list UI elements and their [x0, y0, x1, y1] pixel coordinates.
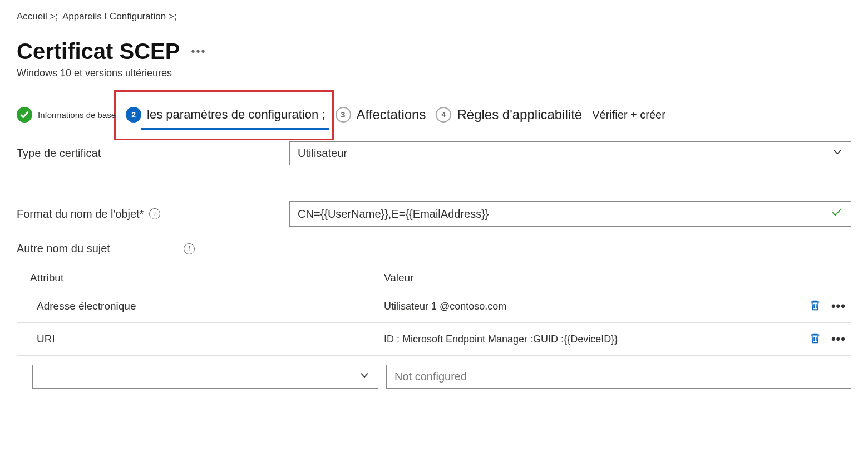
row-more-icon[interactable]: •••: [831, 332, 846, 346]
subject-name-label: Format du nom de l'objet* i: [17, 208, 289, 221]
san-new-value-placeholder: Not configured: [394, 370, 467, 383]
san-new-row: Not configured: [17, 355, 851, 398]
step-label: Règles d'applicabilité: [457, 107, 582, 123]
check-icon: [17, 107, 32, 123]
step-number-icon: 2: [126, 107, 141, 123]
san-row-attr: Adresse électronique: [17, 300, 384, 312]
certificate-type-select[interactable]: Utilisateur: [289, 141, 851, 165]
san-table-header: Attribut Valeur: [17, 266, 851, 290]
step-number-icon: 4: [436, 107, 451, 123]
san-row-value: Utilisateur 1 @contoso.com: [384, 301, 796, 312]
subject-name-input[interactable]: CN={{UserName}},E={{EmailAddress}}: [289, 201, 851, 227]
san-row: Adresse électronique Utilisateur 1 @cont…: [17, 290, 851, 322]
subject-name-value: CN={{UserName}},E={{EmailAddress}}: [298, 208, 489, 221]
step-label: Vérifier + créer: [592, 109, 665, 121]
san-label: Autre nom du sujet i: [17, 242, 289, 255]
valid-checkmark-icon: [831, 206, 843, 222]
page-subtitle: Windows 10 et versions ultérieures: [17, 67, 851, 79]
san-row: URI ID : Microsoft Endpoint Manager :GUI…: [17, 322, 851, 355]
more-actions-icon[interactable]: •••: [191, 45, 206, 58]
san-row-value: ID : Microsoft Endpoint Manager :GUID :{…: [384, 334, 796, 345]
chevron-down-icon: [832, 146, 843, 160]
san-new-value-input[interactable]: Not configured: [386, 365, 851, 389]
san-new-attr-select[interactable]: [32, 365, 378, 389]
san-row-attr: URI: [17, 333, 384, 345]
step-label: Affectations: [357, 107, 426, 123]
step-number-icon: 3: [336, 107, 351, 123]
breadcrumb: Accueil >; Appareils I Configuration >;: [17, 11, 851, 22]
certificate-type-value: Utilisateur: [298, 147, 347, 160]
step-basics[interactable]: Informations de base: [17, 107, 116, 130]
breadcrumb-path[interactable]: Appareils I Configuration >;: [62, 11, 177, 22]
step-configuration[interactable]: 2 les paramètres de configuration ;: [126, 107, 325, 130]
wizard-steps: Informations de base 2 les paramètres de…: [17, 107, 851, 130]
page-title: Certificat SCEP: [17, 39, 180, 64]
step-review[interactable]: Vérifier + créer: [592, 109, 665, 129]
delete-icon[interactable]: [809, 299, 821, 314]
san-header-value: Valeur: [384, 272, 796, 284]
breadcrumb-home[interactable]: Accueil >;: [17, 11, 58, 22]
step-applicability[interactable]: 4 Règles d'applicabilité: [436, 107, 582, 130]
step-assignments[interactable]: 3 Affectations: [336, 107, 426, 130]
step-label: Informations de base: [38, 110, 116, 120]
info-icon[interactable]: i: [184, 243, 195, 254]
certificate-type-label: Type de certificat: [17, 147, 289, 160]
san-header-attr: Attribut: [17, 272, 384, 284]
step-label: les paramètres de configuration ;: [147, 107, 325, 122]
info-icon[interactable]: i: [149, 208, 160, 219]
row-more-icon[interactable]: •••: [831, 299, 846, 314]
delete-icon[interactable]: [809, 332, 821, 346]
chevron-down-icon: [359, 370, 370, 384]
